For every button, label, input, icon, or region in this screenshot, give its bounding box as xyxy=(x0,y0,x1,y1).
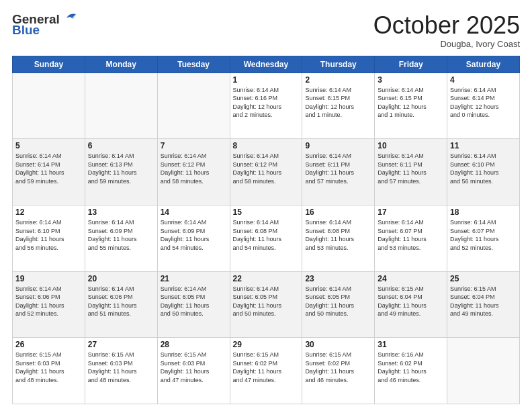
day-info: Sunrise: 6:14 AM Sunset: 6:09 PM Dayligh… xyxy=(88,218,154,252)
day-number: 15 xyxy=(233,208,300,217)
day-number: 13 xyxy=(88,208,154,217)
day-cell: 3Sunrise: 6:14 AM Sunset: 6:15 PM Daylig… xyxy=(375,73,447,139)
location: Dougba, Ivory Coast xyxy=(373,39,520,49)
day-info: Sunrise: 6:15 AM Sunset: 6:02 PM Dayligh… xyxy=(233,351,300,384)
weekday-header-tuesday: Tuesday xyxy=(157,56,230,73)
day-number: 7 xyxy=(161,141,227,150)
day-cell: 16Sunrise: 6:14 AM Sunset: 6:08 PM Dayli… xyxy=(302,205,375,271)
day-cell: 31Sunrise: 6:16 AM Sunset: 6:02 PM Dayli… xyxy=(375,338,447,404)
day-cell: 30Sunrise: 6:15 AM Sunset: 6:02 PM Dayli… xyxy=(302,338,375,404)
day-number: 16 xyxy=(305,208,371,217)
day-cell: 10Sunrise: 6:14 AM Sunset: 6:11 PM Dayli… xyxy=(375,139,447,205)
day-cell: 14Sunrise: 6:14 AM Sunset: 6:09 PM Dayli… xyxy=(157,205,230,271)
day-number: 31 xyxy=(378,340,444,349)
day-number: 19 xyxy=(15,274,82,283)
day-number: 1 xyxy=(233,75,300,85)
calendar-table: SundayMondayTuesdayWednesdayThursdayFrid… xyxy=(12,56,520,404)
day-info: Sunrise: 6:14 AM Sunset: 6:07 PM Dayligh… xyxy=(378,218,444,252)
weekday-header-monday: Monday xyxy=(85,56,157,73)
day-number: 23 xyxy=(305,274,371,283)
day-cell: 23Sunrise: 6:14 AM Sunset: 6:05 PM Dayli… xyxy=(302,271,375,338)
day-info: Sunrise: 6:14 AM Sunset: 6:15 PM Dayligh… xyxy=(305,86,371,120)
day-cell: 7Sunrise: 6:14 AM Sunset: 6:12 PM Daylig… xyxy=(157,139,230,205)
day-info: Sunrise: 6:15 AM Sunset: 6:02 PM Dayligh… xyxy=(305,351,371,384)
day-info: Sunrise: 6:15 AM Sunset: 6:03 PM Dayligh… xyxy=(15,351,82,384)
page: General Blue October 2025 Dougba, Ivory … xyxy=(0,0,532,411)
day-info: Sunrise: 6:14 AM Sunset: 6:10 PM Dayligh… xyxy=(15,218,82,252)
day-cell: 6Sunrise: 6:14 AM Sunset: 6:13 PM Daylig… xyxy=(85,139,157,205)
day-number: 10 xyxy=(378,141,444,150)
week-row-5: 26Sunrise: 6:15 AM Sunset: 6:03 PM Dayli… xyxy=(13,338,520,404)
day-info: Sunrise: 6:14 AM Sunset: 6:11 PM Dayligh… xyxy=(378,152,444,185)
week-row-1: 1Sunrise: 6:14 AM Sunset: 6:16 PM Daylig… xyxy=(13,73,520,139)
day-cell: 27Sunrise: 6:15 AM Sunset: 6:03 PM Dayli… xyxy=(85,338,157,404)
month-title: October 2025 xyxy=(373,12,520,39)
day-cell xyxy=(157,73,230,139)
day-info: Sunrise: 6:14 AM Sunset: 6:05 PM Dayligh… xyxy=(305,285,371,318)
logo: General Blue xyxy=(12,12,77,38)
day-cell: 20Sunrise: 6:14 AM Sunset: 6:06 PM Dayli… xyxy=(85,271,157,338)
day-number: 6 xyxy=(88,141,154,150)
day-cell: 28Sunrise: 6:15 AM Sunset: 6:03 PM Dayli… xyxy=(157,338,230,404)
day-cell: 26Sunrise: 6:15 AM Sunset: 6:03 PM Dayli… xyxy=(13,338,85,404)
weekday-header-wednesday: Wednesday xyxy=(230,56,302,73)
header: General Blue October 2025 Dougba, Ivory … xyxy=(12,12,520,49)
day-info: Sunrise: 6:14 AM Sunset: 6:14 PM Dayligh… xyxy=(450,86,517,120)
weekday-header-friday: Friday xyxy=(375,56,447,73)
day-cell: 22Sunrise: 6:14 AM Sunset: 6:05 PM Dayli… xyxy=(230,271,302,338)
day-info: Sunrise: 6:14 AM Sunset: 6:09 PM Dayligh… xyxy=(161,218,227,252)
day-info: Sunrise: 6:14 AM Sunset: 6:15 PM Dayligh… xyxy=(378,86,444,120)
day-info: Sunrise: 6:14 AM Sunset: 6:12 PM Dayligh… xyxy=(233,152,300,185)
day-cell: 15Sunrise: 6:14 AM Sunset: 6:08 PM Dayli… xyxy=(230,205,302,271)
day-cell: 19Sunrise: 6:14 AM Sunset: 6:06 PM Dayli… xyxy=(13,271,85,338)
day-info: Sunrise: 6:14 AM Sunset: 6:10 PM Dayligh… xyxy=(450,152,517,185)
day-info: Sunrise: 6:15 AM Sunset: 6:04 PM Dayligh… xyxy=(450,285,517,318)
day-cell: 12Sunrise: 6:14 AM Sunset: 6:10 PM Dayli… xyxy=(13,205,85,271)
day-cell: 24Sunrise: 6:15 AM Sunset: 6:04 PM Dayli… xyxy=(375,271,447,338)
day-number: 9 xyxy=(305,141,371,150)
day-number: 21 xyxy=(161,274,227,283)
day-info: Sunrise: 6:14 AM Sunset: 6:12 PM Dayligh… xyxy=(161,152,227,185)
day-info: Sunrise: 6:15 AM Sunset: 6:04 PM Dayligh… xyxy=(378,285,444,318)
day-number: 17 xyxy=(378,208,444,217)
day-cell: 21Sunrise: 6:14 AM Sunset: 6:05 PM Dayli… xyxy=(157,271,230,338)
weekday-header-row: SundayMondayTuesdayWednesdayThursdayFrid… xyxy=(13,56,520,73)
day-number: 20 xyxy=(88,274,154,283)
day-info: Sunrise: 6:14 AM Sunset: 6:07 PM Dayligh… xyxy=(450,218,517,252)
day-cell: 17Sunrise: 6:14 AM Sunset: 6:07 PM Dayli… xyxy=(375,205,447,271)
day-number: 25 xyxy=(450,274,517,283)
day-number: 8 xyxy=(233,141,300,150)
week-row-4: 19Sunrise: 6:14 AM Sunset: 6:06 PM Dayli… xyxy=(13,271,520,338)
day-number: 26 xyxy=(15,340,82,349)
day-info: Sunrise: 6:14 AM Sunset: 6:05 PM Dayligh… xyxy=(161,285,227,318)
day-info: Sunrise: 6:15 AM Sunset: 6:03 PM Dayligh… xyxy=(161,351,227,384)
day-number: 22 xyxy=(233,274,300,283)
logo-bird-icon xyxy=(61,11,77,25)
day-number: 11 xyxy=(450,141,517,150)
day-number: 18 xyxy=(450,208,517,217)
weekday-header-sunday: Sunday xyxy=(13,56,85,73)
day-number: 12 xyxy=(15,208,82,217)
day-info: Sunrise: 6:14 AM Sunset: 6:05 PM Dayligh… xyxy=(233,285,300,318)
week-row-3: 12Sunrise: 6:14 AM Sunset: 6:10 PM Dayli… xyxy=(13,205,520,271)
day-number: 29 xyxy=(233,340,300,349)
day-info: Sunrise: 6:14 AM Sunset: 6:08 PM Dayligh… xyxy=(305,218,371,252)
day-number: 4 xyxy=(450,75,517,85)
day-info: Sunrise: 6:14 AM Sunset: 6:11 PM Dayligh… xyxy=(305,152,371,185)
day-cell: 11Sunrise: 6:14 AM Sunset: 6:10 PM Dayli… xyxy=(447,139,520,205)
weekday-header-saturday: Saturday xyxy=(447,56,520,73)
day-cell: 25Sunrise: 6:15 AM Sunset: 6:04 PM Dayli… xyxy=(447,271,520,338)
day-cell: 13Sunrise: 6:14 AM Sunset: 6:09 PM Dayli… xyxy=(85,205,157,271)
day-cell: 8Sunrise: 6:14 AM Sunset: 6:12 PM Daylig… xyxy=(230,139,302,205)
day-cell: 1Sunrise: 6:14 AM Sunset: 6:16 PM Daylig… xyxy=(230,73,302,139)
day-cell: 2Sunrise: 6:14 AM Sunset: 6:15 PM Daylig… xyxy=(302,73,375,139)
day-info: Sunrise: 6:14 AM Sunset: 6:06 PM Dayligh… xyxy=(88,285,154,318)
day-number: 30 xyxy=(305,340,371,349)
day-info: Sunrise: 6:15 AM Sunset: 6:03 PM Dayligh… xyxy=(88,351,154,384)
day-number: 2 xyxy=(305,75,371,85)
day-number: 27 xyxy=(88,340,154,349)
day-cell: 9Sunrise: 6:14 AM Sunset: 6:11 PM Daylig… xyxy=(302,139,375,205)
day-info: Sunrise: 6:14 AM Sunset: 6:13 PM Dayligh… xyxy=(88,152,154,185)
day-info: Sunrise: 6:14 AM Sunset: 6:06 PM Dayligh… xyxy=(15,285,82,318)
day-cell xyxy=(85,73,157,139)
